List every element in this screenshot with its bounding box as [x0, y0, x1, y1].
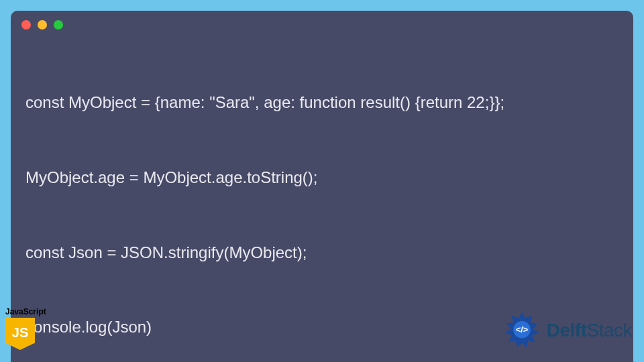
code-line: const MyObject = {name: "Sara", age: fun…: [25, 90, 619, 115]
language-label: JavaScript: [5, 307, 46, 316]
brand-name-light: Stack: [586, 320, 632, 341]
close-icon[interactable]: [21, 20, 31, 29]
brand-logo-icon: </>: [502, 311, 541, 350]
brand-watermark: </> DelftStack: [502, 311, 632, 350]
svg-text:</>: </>: [516, 324, 528, 335]
js-shield-icon: [5, 318, 35, 350]
code-window: const MyObject = {name: "Sara", age: fun…: [11, 11, 633, 362]
minimize-icon[interactable]: [38, 20, 47, 29]
code-line: MyObject.age = MyObject.age.toString();: [25, 165, 619, 190]
code-line: const Json = JSON.stringify(MyObject);: [25, 240, 619, 265]
window-titlebar: [11, 11, 633, 36]
brand-name: DelftStack: [547, 320, 632, 341]
language-badge: JavaScript: [5, 307, 46, 350]
brand-name-bold: Delft: [547, 320, 587, 341]
maximize-icon[interactable]: [54, 20, 63, 29]
